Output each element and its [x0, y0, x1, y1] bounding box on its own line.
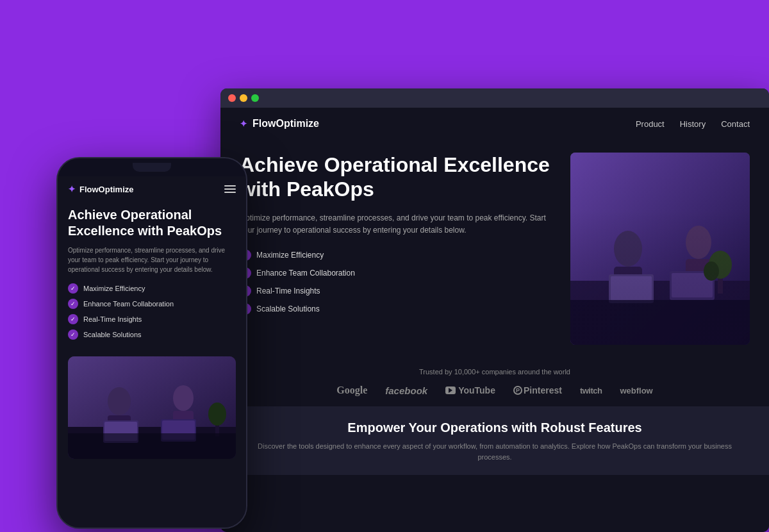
window-close-button[interactable] [228, 94, 236, 102]
ham-line-3 [224, 192, 236, 193]
desktop-hero-title: Achieve Operational Excellence with Peak… [240, 153, 558, 202]
desktop-logo[interactable]: ✦ FlowOptimize [240, 118, 319, 129]
svg-point-17 [173, 385, 194, 411]
phone-hero-description: Optimize performance, streamline process… [68, 245, 236, 274]
youtube-logo: YouTube [445, 385, 495, 395]
phone-navbar: ✦ FlowOptimize [58, 176, 246, 202]
phone-logo-text: FlowOptimize [79, 185, 134, 194]
phone-notch [133, 163, 171, 172]
desktop-hero-description: Optimize performance, streamline process… [240, 212, 558, 237]
phone-hero-section: Achieve Operational Excellence with Peak… [58, 202, 246, 356]
pinterest-text: Pinterest [524, 385, 562, 395]
window-titlebar [220, 88, 769, 108]
window-maximize-button[interactable] [251, 94, 259, 102]
phone-feature-list: ✓ Maximize Efficiency ✓ Enhance Team Col… [68, 283, 236, 340]
phone-check-1: ✓ [68, 283, 78, 294]
ham-line-2 [224, 188, 236, 190]
twitch-logo: twitch [580, 386, 602, 395]
youtube-text: YouTube [458, 385, 495, 395]
window-content: ✦ FlowOptimize Product History Contact A… [220, 108, 769, 532]
nav-history-link[interactable]: History [680, 119, 706, 129]
phone-feature-label-2: Enhance Team Collaboration [83, 300, 174, 308]
webflow-logo: webflow [620, 386, 652, 395]
trusted-title: Trusted by 10,000+ companies around the … [240, 368, 750, 376]
svg-rect-26 [68, 433, 236, 459]
pinterest-logo: P Pinterest [513, 385, 562, 395]
phone-check-2: ✓ [68, 299, 78, 309]
phone-image-placeholder [68, 356, 236, 459]
desktop-hero-content: Achieve Operational Excellence with Peak… [240, 153, 558, 345]
desktop-feature-item-4: ✓ Scalable Solutions [240, 303, 558, 315]
features-section: Empower Your Operations with Robust Feat… [220, 406, 769, 475]
google-logo: Google [336, 385, 367, 396]
logo-icon: ✦ [240, 119, 247, 129]
mobile-phone: ✦ FlowOptimize Achieve Operational Excel… [56, 157, 247, 529]
phone-check-4: ✓ [68, 329, 78, 340]
phone-logo-icon: ✦ [68, 184, 76, 194]
phone-hero-title: Achieve Operational Excellence with Peak… [68, 207, 236, 239]
youtube-play-icon [445, 387, 456, 394]
desktop-hero-image [570, 153, 750, 345]
hero-image-placeholder [570, 153, 750, 345]
facebook-logo: facebook [385, 385, 427, 396]
feature-label-4: Scalable Solutions [256, 304, 320, 313]
desktop-hero-section: Achieve Operational Excellence with Peak… [220, 140, 769, 358]
brand-logos-container: Google facebook YouTube P Pinterest twit… [240, 385, 750, 396]
features-section-title: Empower Your Operations with Robust Feat… [240, 419, 750, 436]
desktop-navbar: ✦ FlowOptimize Product History Contact [220, 108, 769, 140]
phone-notch-area [58, 158, 246, 176]
window-minimize-button[interactable] [240, 94, 247, 102]
phone-hero-image [68, 356, 236, 459]
svg-point-25 [208, 403, 226, 426]
phone-feature-4: ✓ Scalable Solutions [68, 329, 236, 340]
phone-feature-label-3: Real-Time Insights [83, 315, 142, 323]
phone-feature-label-4: Scalable Solutions [83, 331, 142, 338]
desktop-logo-text: FlowOptimize [252, 118, 319, 129]
svg-point-15 [108, 387, 131, 415]
trusted-section: Trusted by 10,000+ companies around the … [220, 358, 769, 406]
phone-check-3: ✓ [68, 314, 78, 324]
features-section-description: Discover the tools designed to enhance e… [240, 441, 750, 462]
phone-feature-2: ✓ Enhance Team Collaboration [68, 299, 236, 309]
phone-illustration [68, 356, 236, 459]
desktop-nav-links: Product History Contact [636, 119, 750, 129]
nav-contact-link[interactable]: Contact [721, 119, 750, 129]
youtube-triangle [449, 388, 452, 393]
ham-line-1 [224, 185, 236, 187]
feature-label-1: Maximize Efficiency [256, 251, 324, 260]
phone-feature-label-1: Maximize Efficiency [83, 285, 145, 292]
pinterest-icon: P [513, 386, 522, 395]
hamburger-menu[interactable] [224, 185, 236, 193]
feature-label-2: Enhance Team Collaboration [256, 269, 355, 278]
desktop-browser-window: ✦ FlowOptimize Product History Contact A… [220, 88, 769, 532]
feature-label-3: Real-Time Insights [256, 287, 320, 295]
desktop-feature-item-3: ✓ Real-Time Insights [240, 285, 558, 297]
phone-content: ✦ FlowOptimize Achieve Operational Excel… [58, 176, 246, 528]
phone-logo[interactable]: ✦ FlowOptimize [68, 184, 134, 194]
desktop-feature-item-2: ✓ Enhance Team Collaboration [240, 267, 558, 279]
desktop-feature-list: ✓ Maximize Efficiency ✓ Enhance Team Col… [240, 249, 558, 315]
phone-feature-1: ✓ Maximize Efficiency [68, 283, 236, 294]
nav-product-link[interactable]: Product [636, 119, 665, 129]
desktop-feature-item-1: ✓ Maximize Efficiency [240, 249, 558, 261]
phone-feature-3: ✓ Real-Time Insights [68, 314, 236, 324]
hero-overlay [570, 210, 750, 345]
